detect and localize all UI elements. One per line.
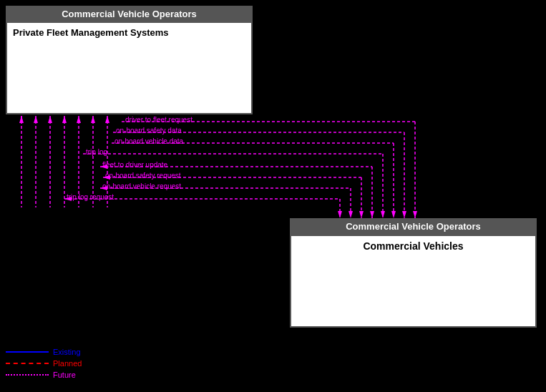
- left-box-header: Commercial Vehicle Operators: [6, 6, 253, 22]
- right-header-text: Commercial Vehicle Operators: [346, 221, 481, 232]
- flow-label-1: driver to fleet request: [125, 116, 192, 124]
- diagram-container: Commercial Vehicle Operators Private Fle…: [0, 0, 546, 392]
- future-label: Future: [53, 371, 76, 379]
- svg-marker-9: [48, 116, 52, 123]
- svg-marker-10: [62, 116, 67, 123]
- svg-marker-40: [348, 211, 353, 218]
- existing-label: Existing: [53, 348, 81, 356]
- right-box-title: Commercial Vehicles: [363, 240, 463, 252]
- legend-existing: Existing: [6, 348, 82, 356]
- left-box-title: Private Fleet Management Systems: [13, 27, 168, 38]
- svg-marker-8: [34, 116, 38, 123]
- planned-label: Planned: [53, 359, 82, 368]
- legend: Existing Planned Future: [6, 348, 82, 379]
- svg-marker-11: [77, 116, 81, 123]
- svg-marker-42: [370, 211, 374, 218]
- left-header-text: Commercial Vehicle Operators: [62, 9, 197, 19]
- legend-future: Future: [6, 371, 82, 379]
- flow-label-2: on-board safety data: [116, 127, 182, 134]
- flow-label-4: trip log: [86, 148, 107, 156]
- svg-marker-26: [381, 211, 385, 218]
- flow-label-8: trip log request: [67, 193, 114, 201]
- svg-marker-13: [105, 116, 109, 123]
- svg-marker-7: [19, 116, 24, 123]
- legend-planned: Planned: [6, 359, 82, 368]
- svg-marker-41: [359, 211, 364, 218]
- flow-label-3: on-board vehicle data: [114, 137, 183, 145]
- left-box-body: Private Fleet Management Systems: [6, 21, 253, 114]
- future-line: [6, 374, 49, 376]
- svg-marker-20: [402, 211, 406, 218]
- flow-label-5: fleet to driver update: [102, 161, 167, 169]
- svg-marker-23: [391, 211, 396, 218]
- svg-marker-39: [338, 211, 342, 218]
- svg-marker-17: [413, 211, 417, 218]
- flow-label-7: on-board vehicle request: [102, 182, 181, 190]
- planned-line: [6, 363, 49, 364]
- flow-label-6: on-board safety request: [105, 172, 181, 180]
- right-box-body: Commercial Vehicles: [290, 235, 537, 328]
- right-box-header: Commercial Vehicle Operators: [290, 218, 537, 235]
- existing-line: [6, 351, 49, 353]
- svg-marker-12: [91, 116, 95, 123]
